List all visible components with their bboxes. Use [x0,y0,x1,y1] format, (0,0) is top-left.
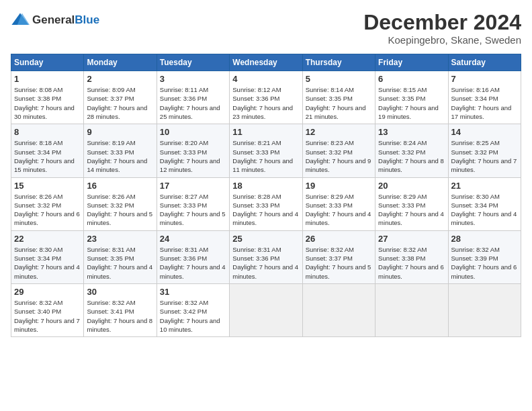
day-info: Sunrise: 8:27 AM Sunset: 3:33 PM Dayligh… [160,192,226,228]
daylight-label: Daylight: 7 hours and 30 minutes. [14,104,75,120]
sunset-label: Sunset: 3:42 PM [160,308,207,315]
sunset-label: Sunset: 3:33 PM [232,148,279,156]
sunset-label: Sunset: 3:34 PM [451,201,498,209]
day-number: 15 [14,181,81,191]
sunset-label: Sunset: 3:33 PM [160,148,207,156]
day-info: Sunrise: 8:32 AM Sunset: 3:40 PM Dayligh… [14,298,81,334]
sunset-label: Sunset: 3:32 PM [14,201,61,209]
sunrise-label: Sunrise: 8:29 AM [306,193,354,200]
sunrise-label: Sunrise: 8:32 AM [14,299,62,306]
sunrise-label: Sunrise: 8:11 AM [160,86,208,93]
col-tuesday: Tuesday [157,54,229,71]
day-number: 27 [378,234,445,244]
sunset-label: Sunset: 3:34 PM [14,148,61,156]
main-container: GeneralBlue December 2024 Koepingebro, S… [0,0,532,342]
day-number: 1 [14,74,81,84]
sunrise-label: Sunrise: 8:21 AM [232,139,281,146]
daylight-label: Daylight: 7 hours and 6 minutes. [451,263,517,279]
day-number: 8 [14,127,81,137]
sunrise-label: Sunrise: 8:32 AM [306,246,354,253]
sunrise-label: Sunrise: 8:30 AM [451,193,500,200]
day-info: Sunrise: 8:32 AM Sunset: 3:37 PM Dayligh… [306,245,372,281]
daylight-label: Daylight: 7 hours and 28 minutes. [87,104,147,120]
day-number: 7 [451,74,518,84]
table-row: 14 Sunrise: 8:25 AM Sunset: 3:32 PM Dayl… [448,124,521,177]
day-info: Sunrise: 8:18 AM Sunset: 3:34 PM Dayligh… [14,138,81,174]
sunrise-label: Sunrise: 8:32 AM [451,246,500,253]
day-info: Sunrise: 8:23 AM Sunset: 3:32 PM Dayligh… [306,138,372,174]
sunrise-label: Sunrise: 8:29 AM [378,193,427,200]
sunset-label: Sunset: 3:33 PM [160,201,207,209]
sunset-label: Sunset: 3:32 PM [87,201,134,209]
sunrise-label: Sunrise: 8:30 AM [14,246,62,253]
day-number: 13 [378,127,445,137]
day-number: 17 [160,181,226,191]
sunset-label: Sunset: 3:37 PM [306,255,353,262]
daylight-label: Daylight: 7 hours and 6 minutes. [14,210,80,226]
sunrise-label: Sunrise: 8:31 AM [87,246,135,253]
sunset-label: Sunset: 3:39 PM [451,255,498,262]
logo: GeneralBlue [11,11,99,30]
sunrise-label: Sunrise: 8:18 AM [14,139,62,146]
col-sunday: Sunday [11,54,84,71]
day-info: Sunrise: 8:15 AM Sunset: 3:35 PM Dayligh… [378,85,445,121]
table-row: 19 Sunrise: 8:29 AM Sunset: 3:33 PM Dayl… [302,177,375,230]
col-monday: Monday [84,54,157,71]
table-row: 12 Sunrise: 8:23 AM Sunset: 3:32 PM Dayl… [302,124,375,177]
table-row [230,283,302,336]
daylight-label: Daylight: 7 hours and 15 minutes. [14,157,75,173]
day-info: Sunrise: 8:31 AM Sunset: 3:35 PM Dayligh… [87,245,153,281]
day-info: Sunrise: 8:21 AM Sunset: 3:33 PM Dayligh… [232,138,299,174]
sunrise-label: Sunrise: 8:28 AM [232,193,281,200]
day-info: Sunrise: 8:31 AM Sunset: 3:36 PM Dayligh… [160,245,226,281]
logo-general: General [32,13,75,26]
day-number: 23 [87,234,153,244]
table-row: 1 Sunrise: 8:08 AM Sunset: 3:38 PM Dayli… [11,71,84,124]
day-number: 24 [160,234,226,244]
day-info: Sunrise: 8:29 AM Sunset: 3:33 PM Dayligh… [306,192,372,228]
logo-text: GeneralBlue [32,13,99,27]
daylight-label: Daylight: 7 hours and 4 minutes. [160,263,226,279]
table-row [302,283,375,336]
day-info: Sunrise: 8:28 AM Sunset: 3:33 PM Dayligh… [232,192,299,228]
day-number: 18 [232,181,299,191]
day-info: Sunrise: 8:30 AM Sunset: 3:34 PM Dayligh… [451,192,518,228]
table-row: 2 Sunrise: 8:09 AM Sunset: 3:37 PM Dayli… [84,71,157,124]
table-row: 15 Sunrise: 8:26 AM Sunset: 3:32 PM Dayl… [11,177,84,230]
daylight-label: Daylight: 7 hours and 19 minutes. [378,104,439,120]
daylight-label: Daylight: 7 hours and 8 minutes. [378,157,444,173]
daylight-label: Daylight: 7 hours and 23 minutes. [232,104,293,120]
table-row: 23 Sunrise: 8:31 AM Sunset: 3:35 PM Dayl… [84,230,157,283]
month-title: December 2024 [363,11,521,34]
sunrise-label: Sunrise: 8:09 AM [87,86,135,93]
table-row [448,283,521,336]
day-number: 20 [378,181,445,191]
day-info: Sunrise: 8:32 AM Sunset: 3:42 PM Dayligh… [160,298,226,334]
sunset-label: Sunset: 3:32 PM [306,148,353,156]
sunset-label: Sunset: 3:32 PM [378,148,425,156]
daylight-label: Daylight: 7 hours and 21 minutes. [306,104,366,120]
table-row: 16 Sunrise: 8:26 AM Sunset: 3:32 PM Dayl… [84,177,157,230]
table-row [375,283,448,336]
daylight-label: Daylight: 7 hours and 4 minutes. [378,210,444,226]
sunset-label: Sunset: 3:33 PM [87,148,134,156]
sunset-label: Sunset: 3:34 PM [451,95,498,102]
sunset-label: Sunset: 3:35 PM [306,95,353,102]
sunset-label: Sunset: 3:37 PM [87,95,134,102]
calendar-week-row: 29 Sunrise: 8:32 AM Sunset: 3:40 PM Dayl… [11,283,521,336]
calendar-week-row: 15 Sunrise: 8:26 AM Sunset: 3:32 PM Dayl… [11,177,521,230]
table-row: 26 Sunrise: 8:32 AM Sunset: 3:37 PM Dayl… [302,230,375,283]
day-number: 30 [87,287,153,297]
day-number: 9 [87,127,153,137]
daylight-label: Daylight: 7 hours and 4 minutes. [306,210,371,226]
daylight-label: Daylight: 7 hours and 4 minutes. [451,210,517,226]
day-number: 14 [451,127,518,137]
day-number: 6 [378,74,445,84]
sunrise-label: Sunrise: 8:19 AM [87,139,135,146]
sunset-label: Sunset: 3:33 PM [306,201,353,209]
table-row: 6 Sunrise: 8:15 AM Sunset: 3:35 PM Dayli… [375,71,448,124]
table-row: 5 Sunrise: 8:14 AM Sunset: 3:35 PM Dayli… [302,71,375,124]
sunrise-label: Sunrise: 8:32 AM [160,299,208,306]
table-row: 4 Sunrise: 8:12 AM Sunset: 3:36 PM Dayli… [230,71,302,124]
day-number: 3 [160,74,226,84]
